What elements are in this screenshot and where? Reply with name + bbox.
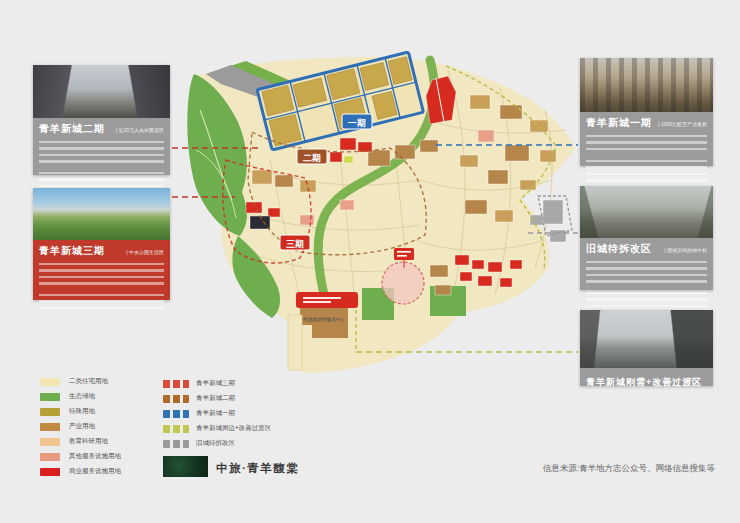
phase3-subtitle: | 中央公园生活区 xyxy=(126,249,164,255)
svg-text:三期: 三期 xyxy=(286,239,304,249)
legend-swatch xyxy=(40,423,60,431)
legend-item: 青羊新城三期 xyxy=(163,376,271,391)
phase3-body-lines xyxy=(33,260,170,313)
legend-swatch xyxy=(40,378,60,386)
oldtown-photo xyxy=(580,186,713,238)
legend-item: 商业服务设施用地 xyxy=(40,464,121,479)
legend-swatch xyxy=(40,408,60,416)
svg-text:一期: 一期 xyxy=(348,118,366,128)
legend-item: 教育科研用地 xyxy=(40,434,121,449)
panel-phase3: 青羊新城三期 | 中央公园生活区 xyxy=(33,188,170,300)
legend-swatch xyxy=(163,425,189,433)
panel-oldtown: 旧城待拆改区 | 绕城沿线的城中村 xyxy=(580,186,713,290)
phase3-badge: 三期 xyxy=(280,235,310,250)
phase2-badge: 二期 xyxy=(297,149,327,164)
phase1-subtitle: | 1000亿航空产业集群 xyxy=(658,121,707,127)
phase1-badge: 一期 xyxy=(342,114,372,129)
legend-item: 青羊新城周边+改善过渡区 xyxy=(163,421,271,436)
legend-swatch xyxy=(40,468,60,476)
phase2-title: 青羊新城二期 xyxy=(39,122,105,136)
legend-swatch xyxy=(163,410,189,418)
info-source-note: 信息来源:青羊地方志公众号、网络信息搜集等 xyxy=(543,463,715,475)
legend-item: 旧城待拆改区 xyxy=(163,436,271,451)
legend-item: 其他服务设施用地 xyxy=(40,449,121,464)
transition-photo xyxy=(580,310,713,368)
legend-item: 青羊新城一期 xyxy=(163,406,271,421)
panel-phase1: 青羊新城一期 | 1000亿航空产业集群 xyxy=(580,58,713,166)
brand-name: 中旅·青羊馥棠 xyxy=(216,461,299,476)
brand-photo-swatch xyxy=(163,456,208,477)
oldtown-title: 旧城待拆改区 xyxy=(586,242,652,256)
legend-swatch xyxy=(163,395,189,403)
phase1-body-lines xyxy=(580,132,713,185)
legend-item: 生态绿地 xyxy=(40,389,121,404)
legend-item: 二类住宅用地 xyxy=(40,374,121,389)
transition-title: 青羊新城刚需+改善过渡区 xyxy=(586,377,702,387)
legend-swatch xyxy=(40,438,60,446)
legend-item: 青羊新城二期 xyxy=(163,391,271,406)
oldtown-body-lines xyxy=(580,258,713,311)
legend-landuse: 二类住宅用地 生态绿地 特殊用地 产业用地 教育科研用地 其他服务设施用地 商业… xyxy=(40,374,121,479)
panel-phase2: 青羊新城二期 | 近20万人高密聚居区 xyxy=(33,65,170,175)
legend-swatch xyxy=(40,453,60,461)
legend-zones: 青羊新城三期 青羊新城二期 青羊新城一期 青羊新城周边+改善过渡区 旧城待拆改区 xyxy=(163,376,271,451)
legend-swatch xyxy=(163,380,189,388)
phase1-title: 青羊新城一期 xyxy=(586,116,652,130)
phase1-photo xyxy=(580,58,713,112)
legend-swatch xyxy=(163,440,189,448)
svg-text:二期: 二期 xyxy=(303,153,321,163)
legend-item: 特殊用地 xyxy=(40,404,121,419)
panel-transition: 青羊新城刚需+改善过渡区 xyxy=(580,310,713,386)
phase3-photo xyxy=(33,188,170,240)
phase3-title: 青羊新城三期 xyxy=(39,244,105,258)
phase2-subtitle: | 近20万人高密聚居区 xyxy=(116,127,164,133)
poster: 铁路港材料物流中心 一期 二期 三期 xyxy=(0,0,740,523)
legend-swatch xyxy=(40,393,60,401)
oldtown-subtitle: | 绕城沿线的城中村 xyxy=(664,247,707,253)
legend-item: 产业用地 xyxy=(40,419,121,434)
phase2-photo xyxy=(33,65,170,118)
phase2-body-lines xyxy=(33,138,170,191)
logistics-label: 铁路港材料物流中心 xyxy=(302,316,345,323)
